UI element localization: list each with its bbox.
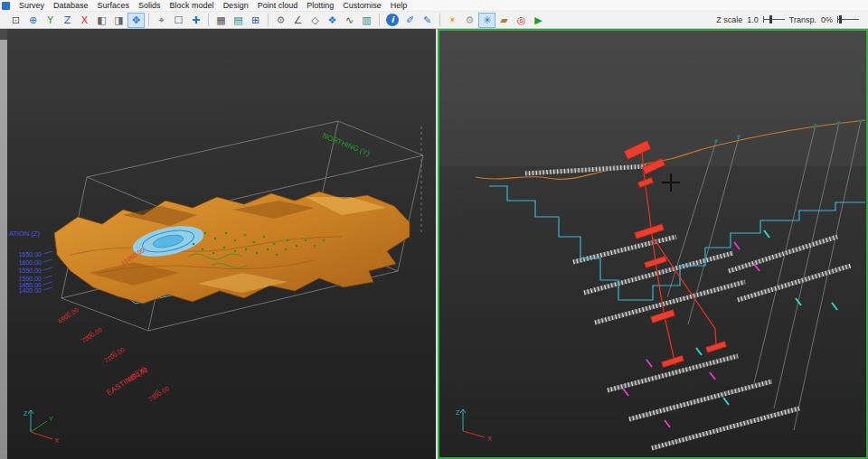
menu-block-model[interactable]: Block model <box>165 1 219 10</box>
z-scale-label: Z scale <box>716 15 742 24</box>
menu-solids[interactable]: Solids <box>134 1 165 10</box>
svg-text:7100.00: 7100.00 <box>103 346 126 364</box>
toolbar-separator <box>268 14 269 26</box>
axis-z-icon[interactable]: Z <box>59 13 76 28</box>
pit-section-line <box>489 186 865 300</box>
toolbar-separator <box>439 14 440 26</box>
rotate-3d-icon[interactable]: ✥ <box>127 13 145 28</box>
compass-icon[interactable]: ⊕ <box>24 13 42 28</box>
svg-text:6900.00: 6900.00 <box>57 306 80 324</box>
zoom-window-icon[interactable]: ☐ <box>170 13 187 28</box>
grid-table-icon[interactable]: ▤ <box>230 13 247 28</box>
toolbar-separator <box>379 14 380 26</box>
toolbar-separator <box>148 14 149 26</box>
terrain-scene: NORTHING (Y) ATION (Z) 1650.00 1600.00 1… <box>7 29 436 459</box>
gear2-icon[interactable]: ⚙ <box>461 13 478 28</box>
info-icon[interactable]: i <box>386 14 399 26</box>
workspace: NORTHING (Y) ATION (Z) 1650.00 1600.00 1… <box>0 29 868 459</box>
easting-axis-label: EASTING (X) <box>105 364 148 397</box>
elevation-axis-label: ATION (Z) <box>9 230 41 238</box>
orebody-interpretation <box>624 141 726 368</box>
svg-text:1650.00: 1650.00 <box>19 251 42 258</box>
menu-design[interactable]: Design <box>219 1 253 10</box>
toolbar: ⊡⊕YZX◧◨✥⌖☐✚▦▤⊞⚙∠◇❖∿▥i✐✎☀⚙✳▰◎▶ Z scale 1.… <box>0 12 868 29</box>
settings-gear-icon[interactable]: ⚙ <box>272 13 289 28</box>
menu-help[interactable]: Help <box>386 1 412 10</box>
edit-pencil-icon[interactable]: ✎ <box>419 13 436 28</box>
annotate-icon[interactable]: ✐ <box>401 13 419 28</box>
node-edit-icon[interactable]: ❖ <box>324 13 341 28</box>
mini-grid-icon[interactable]: ▥ <box>358 13 375 28</box>
sky-region <box>439 31 866 166</box>
svg-text:Y: Y <box>49 415 53 423</box>
left-panel-strip <box>0 29 7 459</box>
grid-add-icon[interactable]: ⊞ <box>247 13 264 28</box>
select-box-icon[interactable]: ⌖ <box>153 13 170 28</box>
menu-survey[interactable]: Survey <box>14 1 49 10</box>
svg-text:Z: Z <box>24 409 28 417</box>
menu-surfaces[interactable]: Surfaces <box>93 1 135 10</box>
svg-text:Z: Z <box>456 408 460 417</box>
drillhole-traces <box>525 166 851 448</box>
z-scale-value: 1.0 <box>747 15 759 24</box>
z-scale-slider[interactable] <box>763 15 785 24</box>
app-icon[interactable] <box>2 2 10 10</box>
svg-text:7300.00: 7300.00 <box>147 385 170 403</box>
svg-text:X: X <box>54 436 59 445</box>
view-side-icon[interactable]: ◨ <box>110 13 127 28</box>
fill-color-icon[interactable]: ▰ <box>495 13 513 28</box>
wheel-icon[interactable]: ✳ <box>478 13 495 28</box>
toolbar-right-controls: Z scale 1.0 Transp. 0% <box>716 15 859 24</box>
link-string-icon[interactable]: ∿ <box>341 13 358 28</box>
block-model-icon[interactable]: ▦ <box>212 13 230 28</box>
axis-x-icon[interactable]: X <box>76 13 93 28</box>
transparency-label: Transp. <box>789 15 816 24</box>
application-window: SurveyDatabaseSurfacesSolidsBlock modelD… <box>0 0 868 459</box>
axis-triad: Z X <box>456 408 492 443</box>
transparency-slider[interactable] <box>837 15 859 24</box>
svg-text:1600.00: 1600.00 <box>19 259 42 266</box>
target-icon[interactable]: ◎ <box>513 13 530 28</box>
svg-text:1550.00: 1550.00 <box>19 267 42 274</box>
transparency-value: 0% <box>821 15 833 24</box>
menu-database[interactable]: Database <box>49 1 93 10</box>
view-plan-icon[interactable]: ⊡ <box>7 13 24 28</box>
cursor-crosshair <box>662 173 680 192</box>
svg-text:7000.00: 7000.00 <box>80 326 103 344</box>
toolbar-groups: ⊡⊕YZX◧◨✥⌖☐✚▦▤⊞⚙∠◇❖∿▥i✐✎☀⚙✳▰◎▶ <box>7 13 547 28</box>
menu-plotting[interactable]: Plotting <box>302 1 338 10</box>
menu-point-cloud[interactable]: Point cloud <box>253 1 303 10</box>
shading-sun-icon[interactable]: ☀ <box>444 13 461 28</box>
run-icon[interactable]: ▶ <box>530 13 547 28</box>
elevation-ticks: 1650.00 1600.00 1550.00 1500.00 1450.00 … <box>19 251 52 294</box>
svg-text:1400.00: 1400.00 <box>19 287 42 294</box>
view-front-icon[interactable]: ◧ <box>93 13 110 28</box>
menubar: SurveyDatabaseSurfacesSolidsBlock modelD… <box>0 0 868 12</box>
polyline-draw-icon[interactable]: ∠ <box>289 13 307 28</box>
viewport-3d-terrain[interactable]: NORTHING (Y) ATION (Z) 1650.00 1600.00 1… <box>7 29 436 459</box>
axis-y-icon[interactable]: Y <box>42 13 59 28</box>
toolbar-separator <box>208 14 209 26</box>
viewport-section-view[interactable]: Z X <box>438 29 868 459</box>
pan-icon[interactable]: ✚ <box>187 13 204 28</box>
menu-customise[interactable]: Customise <box>338 1 386 10</box>
polygon-draw-icon[interactable]: ◇ <box>307 13 324 28</box>
menu: SurveyDatabaseSurfacesSolidsBlock modelD… <box>14 1 411 10</box>
svg-text:X: X <box>487 435 492 443</box>
svg-text:1500.00: 1500.00 <box>19 276 42 282</box>
axis-triad: Z Y X <box>24 409 59 445</box>
section-scene: Z X <box>439 31 866 457</box>
northing-axis-label: NORTHING (Y) <box>321 132 371 158</box>
